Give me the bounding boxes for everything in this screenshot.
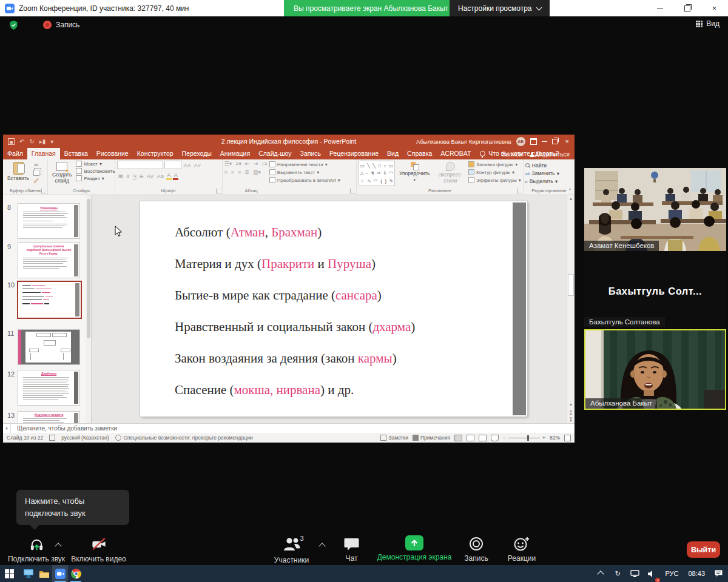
shape-fill-button[interactable]: Заливка фигуры ▾ [468, 161, 521, 167]
quick-styles-button[interactable]: Экспресс-стили [434, 161, 467, 186]
leave-meeting-button[interactable]: Выйти [687, 541, 720, 558]
participant-tile-no-video[interactable]: Бахытгуль Солт... Бахытгуль Солтанова [584, 252, 726, 327]
scroll-up-icon[interactable]: ▲ [569, 195, 573, 202]
line-spacing-icon[interactable]: ↕≡ [261, 161, 268, 167]
numbering-icon[interactable]: ≡▾ [235, 161, 241, 167]
grow-font-icon[interactable]: А˄ [183, 162, 192, 169]
comments-toggle[interactable]: Примечания [413, 435, 450, 441]
thumbnail-slide-12[interactable]: Джайнизм [18, 370, 80, 406]
highlight-color-icon[interactable]: А [166, 172, 172, 180]
tab-animations[interactable]: Анимация [216, 148, 254, 159]
chat-button[interactable]: Чат [335, 536, 368, 563]
scroll-down-icon[interactable]: ▼ [569, 401, 573, 409]
ribbon-display-options-icon[interactable] [530, 138, 537, 145]
thumbnail-slide-9[interactable]: Центральные понятия индийской философско… [18, 242, 80, 278]
increase-indent-icon[interactable]: ⇥ [253, 161, 258, 167]
align-text-button[interactable]: Выровнять текст ▾ [269, 169, 340, 175]
network-tray-icon[interactable] [627, 565, 642, 582]
start-slideshow-icon[interactable]: ▸▮ [39, 138, 46, 145]
reactions-button[interactable]: Реакции [500, 536, 543, 563]
tab-file[interactable]: Файл [3, 148, 27, 159]
format-painter-icon[interactable]: 🖉 [34, 178, 39, 184]
slide-sorter-view-button[interactable] [467, 435, 474, 441]
volume-muted-icon[interactable]: × [644, 565, 659, 582]
dialog-launcher-icon[interactable] [216, 189, 221, 193]
convert-smartart-button[interactable]: Преобразовать в SmartArt ▾ [269, 177, 340, 183]
thumbnail-slide-11[interactable] [18, 329, 80, 365]
notes-splitter-icon[interactable]: ▼ [3, 424, 11, 433]
participants-button[interactable]: 3 Участники [266, 536, 317, 564]
start-button[interactable] [1, 565, 17, 582]
participants-options-chevron[interactable] [318, 543, 325, 549]
strikethrough-button[interactable]: S [139, 173, 144, 179]
update-tray-icon[interactable]: ↻ [610, 565, 625, 582]
justify-icon[interactable]: ≣ [244, 169, 249, 175]
dialog-launcher-icon[interactable] [517, 189, 522, 193]
select-button[interactable]: ▹Выделить ▾ [525, 178, 559, 184]
tab-help[interactable]: Справка [403, 148, 436, 159]
scrollbar-thumb[interactable] [568, 274, 574, 296]
thumbnail-slide-13[interactable]: Индуизм и веданта [18, 411, 80, 423]
action-center-icon[interactable] [711, 565, 726, 582]
close-button[interactable]: × [701, 0, 728, 16]
copy-icon[interactable] [33, 170, 39, 176]
restore-button[interactable] [673, 0, 701, 16]
ppt-minimize-icon[interactable] [542, 141, 547, 142]
notes-pane[interactable]: ▼ Щелкните, чтобы добавить заметки [3, 423, 575, 433]
redo-icon[interactable]: ↻ [29, 138, 34, 145]
reset-button[interactable]: Восстановить [76, 168, 115, 174]
accessibility-status[interactable]: Специальные возможности: проверьте реком… [115, 435, 253, 441]
reading-view-button[interactable] [479, 435, 487, 441]
account-avatar[interactable]: АБ [516, 137, 525, 146]
view-button[interactable]: Вид [696, 19, 720, 28]
language-indicator[interactable]: русский (Казахстан) [61, 435, 109, 441]
record-button[interactable]: Запись [458, 536, 494, 563]
new-slide-button[interactable]: Создать слайд [50, 161, 74, 186]
participant-video-active-speaker[interactable]: Абылханова Бакыт [584, 329, 726, 410]
fit-slide-icon[interactable] [564, 435, 571, 441]
participant-video-classroom[interactable]: Азамат Кенешбеков [584, 168, 726, 251]
minimize-button[interactable] [646, 0, 673, 16]
zoom-percentage[interactable]: 82% [550, 435, 560, 441]
ppt-restore-icon[interactable] [552, 139, 558, 144]
section-button[interactable]: Раздел ▾ [76, 175, 115, 181]
replace-button[interactable]: abЗаменить ▾ [525, 170, 559, 176]
shape-outline-button[interactable]: Контур фигуры ▾ [468, 169, 521, 175]
taskbar-file-explorer[interactable] [36, 565, 52, 582]
shapes-gallery[interactable]: ▭╲╲□○▭ △⌐↯⇨⇩◠ ☆∿◠{}✎ [359, 161, 395, 186]
tab-draw[interactable]: Рисование [92, 148, 133, 159]
clock[interactable]: 08:43 [684, 570, 709, 577]
share-screen-button[interactable]: Демонстрация экрана [372, 535, 457, 561]
align-left-icon[interactable]: ≡ [224, 169, 228, 175]
font-size-box[interactable] [164, 161, 181, 169]
align-right-icon[interactable]: ≡ [238, 169, 241, 175]
bold-button[interactable]: Ж [117, 173, 124, 179]
change-case-button[interactable]: Aa [156, 173, 165, 179]
view-settings-button[interactable]: Настройки просмотра [450, 0, 550, 16]
zoom-out-icon[interactable]: − [503, 435, 506, 441]
text-direction-button[interactable]: Направление текста ▾ [269, 161, 340, 167]
decrease-indent-icon[interactable]: ⇤ [245, 161, 250, 167]
arrange-button[interactable]: Упорядочить ▾ [397, 161, 433, 184]
tab-view[interactable]: Вид [383, 148, 403, 159]
thumbnail-slide-8[interactable]: Упанишады [18, 203, 80, 239]
spellcheck-icon[interactable] [49, 435, 55, 441]
slideshow-view-button[interactable] [491, 435, 499, 441]
save-icon[interactable] [8, 138, 15, 145]
slide-thumbnail-panel[interactable]: 8 Упанишады 9 Центральные понятия [3, 195, 92, 423]
recording-indicator[interactable]: Запись [43, 21, 79, 29]
layout-button[interactable]: Макет ▾ [76, 161, 115, 167]
font-color-icon[interactable]: А [173, 172, 178, 180]
notes-toggle[interactable]: Заметки [380, 435, 408, 441]
paste-button[interactable]: Вставить [5, 161, 32, 183]
shape-effects-button[interactable]: Эффекты фигуры ▾ [468, 177, 521, 183]
normal-view-button[interactable] [454, 435, 462, 441]
cut-icon[interactable]: ✂ [34, 162, 39, 168]
tab-home[interactable]: Главная [27, 148, 60, 159]
slide-editor-area[interactable]: Абсолют (Атман, Брахман) Материя и дух (… [92, 195, 575, 423]
customize-qat-icon[interactable]: ▾ [50, 138, 53, 145]
tab-transitions[interactable]: Переходы [178, 148, 216, 159]
records-button[interactable]: Записи [502, 151, 522, 158]
collapse-ribbon-icon[interactable]: ⌃ [568, 188, 572, 193]
tab-acrobat[interactable]: ACROBAT [436, 148, 475, 159]
